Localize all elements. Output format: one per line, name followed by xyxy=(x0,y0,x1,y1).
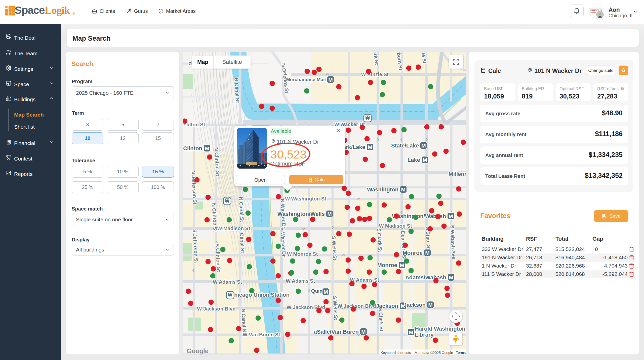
svg-text:Merchandise Mart: Merchandise Mart xyxy=(286,77,327,82)
svg-text:aSalle/Van Buren: aSalle/Van Buren xyxy=(314,329,359,335)
svg-text:W Monroe St: W Monroe St xyxy=(287,251,318,257)
svg-text:W Adams St: W Adams St xyxy=(350,277,379,283)
svg-text:Harold Washington: Harold Washington xyxy=(415,326,465,332)
svg-text:W Madison St: W Madison St xyxy=(379,223,412,229)
svg-text:Clinton: Clinton xyxy=(183,145,202,151)
svg-text:W Jackson Blvd: W Jackson Blvd xyxy=(197,306,235,312)
svg-text:Chicago Union Station: Chicago Union Station xyxy=(230,292,290,298)
svg-text:M: M xyxy=(423,157,427,163)
svg-text:Library: Library xyxy=(415,332,434,338)
svg-text:M: M xyxy=(401,187,406,192)
svg-text:W Jackson Blvd: W Jackson Blvd xyxy=(337,303,376,309)
svg-text:W Kinzie St: W Kinzie St xyxy=(361,72,389,77)
svg-text:M: M xyxy=(361,329,366,335)
svg-text:M: M xyxy=(205,145,209,151)
svg-text:Monroe: Monroe xyxy=(377,262,397,268)
svg-text:Washington/Wells: Washington/Wells xyxy=(277,211,325,217)
svg-text:W Adams St: W Adams St xyxy=(213,279,242,285)
svg-text:W Washington St: W Washington St xyxy=(285,196,326,201)
svg-text:M: M xyxy=(425,250,430,256)
svg-text:W Madison St: W Madison St xyxy=(217,226,250,231)
svg-text:M: M xyxy=(328,77,333,83)
svg-text:M: M xyxy=(449,275,453,280)
svg-text:M: M xyxy=(449,213,453,219)
svg-text:State/Lake: State/Lake xyxy=(391,142,419,149)
svg-text:M: M xyxy=(400,262,404,268)
svg-text:Adams/Wabash: Adams/Wabash xyxy=(405,274,446,281)
svg-text:Jackson: Jackson xyxy=(376,303,398,309)
svg-text:M: M xyxy=(409,329,413,335)
svg-text:W Adams St: W Adams St xyxy=(286,278,315,284)
svg-text:Jackson: Jackson xyxy=(404,302,426,308)
svg-text:M: M xyxy=(324,289,328,295)
svg-text:W Van Buren St: W Van Buren St xyxy=(243,332,280,337)
svg-text:Millenniu: Millenniu xyxy=(449,171,466,177)
svg-text:M: M xyxy=(327,211,332,217)
svg-text:M: M xyxy=(421,143,426,148)
svg-text:M: M xyxy=(428,302,433,308)
svg-text:Lake: Lake xyxy=(408,157,420,163)
svg-text:Washington: Washington xyxy=(367,186,398,193)
svg-text:Monroe: Monroe xyxy=(403,250,423,256)
svg-text:M: M xyxy=(368,144,372,150)
